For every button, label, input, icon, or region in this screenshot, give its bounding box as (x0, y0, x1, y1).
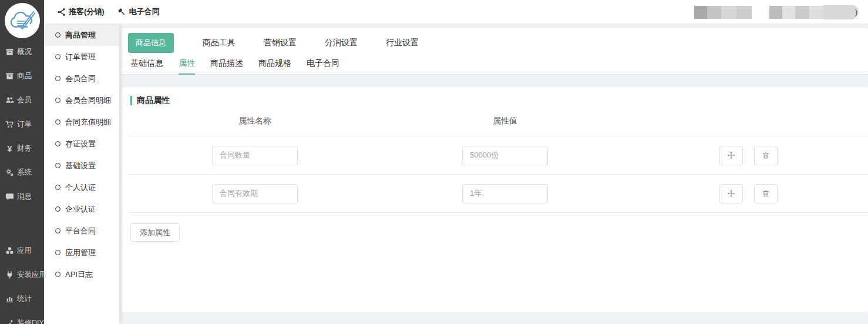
menu-item-label: 企业认证 (65, 204, 96, 215)
main-tabs: 商品信息 商品工具 营销设置 分润设置 行业设置 (122, 28, 868, 52)
circle-bullet-icon (55, 54, 60, 59)
sidebar-item-stats[interactable]: 统计 (0, 287, 44, 311)
section-header: 商品属性 (122, 95, 868, 106)
sidebar-item-orders[interactable]: 订单 (0, 112, 44, 136)
redacted-block (707, 6, 721, 19)
sidebar-item-members[interactable]: 会员 (0, 88, 44, 112)
sidebar-item-messages[interactable]: 消息 (0, 185, 44, 209)
menu-item-label: 基础设置 (65, 161, 96, 171)
attr-name-input[interactable] (212, 184, 298, 203)
table-header-row: 属性名称 属性值 (128, 106, 868, 136)
tab-goods-info[interactable]: 商品信息 (128, 33, 174, 53)
subtab-attributes[interactable]: 属性 (179, 55, 195, 75)
goods-icon (5, 72, 15, 81)
topbar-item-econtract[interactable]: 电子合同 (117, 6, 160, 17)
tab-industry-settings[interactable]: 行业设置 (386, 38, 419, 48)
circle-bullet-icon (55, 272, 60, 277)
subtab-goods-spec[interactable]: 商品规格 (258, 55, 291, 74)
sidebar-item-label: 订单 (17, 119, 32, 129)
menu-item-member-contract-detail[interactable]: 会员合同明细 (44, 89, 119, 111)
subtab-basic-info[interactable]: 基础信息 (130, 55, 163, 74)
tab-goods-tools[interactable]: 商品工具 (203, 38, 235, 48)
secondary-sidebar: 商品管理 订单管理 会员合同 会员合同明细 合同充值明细 存证设置 基础设置 (44, 24, 119, 324)
redacted-block (721, 6, 736, 19)
tab-marketing-settings[interactable]: 营销设置 (264, 38, 297, 48)
move-icon (727, 151, 735, 159)
trash-icon (762, 189, 770, 198)
menu-item-order-management[interactable]: 订单管理 (44, 46, 119, 68)
section-accent-bar (130, 96, 132, 105)
sidebar-item-finance[interactable]: ¥ 财务 (0, 136, 44, 161)
members-icon (5, 96, 15, 105)
main-content: 商品信息 商品工具 营销设置 分润设置 行业设置 基础信息 属性 商品描述 商品… (119, 24, 868, 324)
sidebar-item-label: 安装应用 (17, 270, 46, 280)
sidebar-item-diy[interactable]: 装修DIY (0, 311, 44, 324)
sidebar-item-system[interactable]: 系统 (0, 161, 44, 185)
menu-item-app-management[interactable]: 应用管理 (44, 242, 119, 263)
menu-item-api-log[interactable]: API日志 (44, 263, 119, 285)
orders-icon (5, 120, 15, 129)
menu-item-label: 订单管理 (65, 52, 96, 62)
menu-item-enterprise-auth[interactable]: 企业认证 (44, 198, 119, 220)
table-row (128, 175, 868, 213)
menu-item-label: 应用管理 (65, 248, 96, 258)
menu-item-label: 合同充值明细 (65, 117, 111, 128)
section-title: 商品属性 (137, 95, 170, 106)
sidebar-item-overview[interactable]: 概况 (0, 40, 44, 64)
column-header-attr-name: 属性名称 (128, 116, 382, 126)
redacted-block (795, 6, 809, 19)
table-row (128, 136, 868, 175)
circle-bullet-icon (55, 141, 60, 146)
menu-item-label: 商品管理 (65, 30, 96, 41)
topbar-item-promoter[interactable]: 推客(分销) (57, 6, 105, 17)
tab-profit-settings[interactable]: 分润设置 (325, 38, 358, 48)
message-icon (5, 192, 15, 202)
menu-item-platform-contract[interactable]: 平台合同 (44, 220, 119, 242)
sidebar-item-label: 商品 (17, 71, 32, 81)
attr-name-input[interactable] (212, 146, 298, 165)
sidebar-item-label: 消息 (17, 192, 32, 202)
move-row-button[interactable] (719, 184, 743, 203)
circle-bullet-icon (55, 98, 60, 103)
redacted-user-info[interactable]: ) (694, 5, 859, 19)
subtab-econtract[interactable]: 电子合同 (307, 55, 339, 74)
sidebar-item-install-app[interactable]: 安装应用 (0, 263, 44, 287)
add-attribute-button[interactable]: 添加属性 (130, 223, 180, 242)
menu-item-label: 平台合同 (65, 226, 96, 236)
subtab-goods-description[interactable]: 商品描述 (210, 55, 243, 74)
menu-item-goods-management[interactable]: 商品管理 (44, 24, 119, 46)
menu-item-basic-settings[interactable]: 基础设置 (44, 155, 119, 176)
primary-sidebar: 概况 商品 会员 订单 ¥ 财务 系统 (0, 0, 44, 324)
circle-bullet-icon (55, 228, 60, 233)
tabs-card: 商品信息 商品工具 营销设置 分润设置 行业设置 基础信息 属性 商品描述 商品… (122, 28, 868, 75)
app-logo[interactable] (0, 0, 44, 40)
sidebar-item-label: 概况 (17, 47, 32, 57)
delete-row-button[interactable] (754, 146, 778, 165)
attributes-card: 商品属性 属性名称 属性值 (122, 87, 868, 312)
topbar: 推客(分销) 电子合同 ) (44, 0, 868, 24)
delete-row-button[interactable] (754, 184, 778, 203)
menu-item-label: 个人认证 (65, 182, 96, 193)
sidebar-group-divider (0, 209, 44, 239)
attr-value-input[interactable] (462, 146, 548, 165)
sidebar-item-label: 会员 (17, 95, 32, 105)
sidebar-item-label: 装修DIY (17, 318, 44, 324)
topbar-item-label: 推客(分销) (69, 6, 105, 17)
menu-item-label: 会员合同 (65, 74, 96, 84)
sidebar-item-goods[interactable]: 商品 (0, 64, 44, 88)
system-icon (5, 168, 15, 178)
sidebar-item-apps[interactable]: 应用 (0, 239, 44, 263)
attr-value-input[interactable] (462, 184, 548, 203)
move-row-button[interactable] (719, 146, 743, 165)
sidebar-item-label: 财务 (17, 143, 32, 153)
share-icon (57, 8, 66, 16)
menu-item-personal-auth[interactable]: 个人认证 (44, 176, 119, 198)
menu-item-contract-recharge-detail[interactable]: 合同充值明细 (44, 111, 119, 133)
menu-item-member-contract[interactable]: 会员合同 (44, 68, 119, 89)
menu-item-evidence-settings[interactable]: 存证设置 (44, 133, 119, 155)
menu-item-label: API日志 (65, 269, 93, 280)
overview-icon (5, 48, 15, 57)
circle-bullet-icon (55, 119, 60, 125)
finance-icon: ¥ (5, 144, 15, 153)
circle-bullet-icon (55, 206, 60, 212)
